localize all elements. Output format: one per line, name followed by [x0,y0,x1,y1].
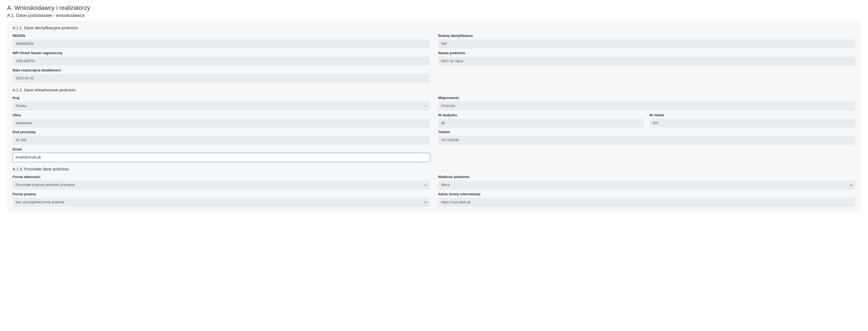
input-nip-pesel[interactable]: 3391166751 [12,57,430,66]
section-a12-title: A.1.2. Dane teleadresowe podmiotu [12,88,856,92]
form-panel: A.1.1. Dane identyfikacyjne podmiotu REG… [7,21,861,213]
input-nazwa[interactable]: KKO sp. fajna [438,57,856,66]
label-adres-www: Adres strony internetowej [438,192,856,196]
chevron-down-icon [424,105,427,107]
input-ulica[interactable]: Katowicka [12,119,430,128]
select-wielkosc[interactable]: Mikro [438,181,856,189]
input-miejscowosc[interactable]: Chorzów [438,101,856,111]
select-forma-wl[interactable]: Pozostałe krajowe jednostki prywatne [12,181,430,189]
label-forma-pr: Forma prawna [12,192,430,196]
chevron-down-icon [850,184,852,186]
input-nr-lokalu[interactable]: 507 [649,119,856,128]
select-forma-pr-value: bez szczególnej formy prawnej [16,200,64,204]
label-forma-wl: Forma własności [12,175,430,179]
chevron-down-icon [424,184,427,186]
label-email: Email [12,147,430,151]
section-a13-title: A.1.3. Pozostałe dane podmiotu [12,167,856,171]
select-wielkosc-value: Mikro [441,183,450,187]
label-wielkosc: Wielkość podmiotu [438,175,856,179]
input-email-value: email@email.pl [16,155,40,159]
label-nazwa: Nazwa podmiotu [438,51,856,55]
input-email[interactable]: email@email.pl [12,153,430,162]
input-nr-budynku[interactable]: 89 [438,119,644,128]
select-kraj-value: Polska [16,104,26,108]
label-nr-budynku: Nr budynku [438,113,644,117]
label-regon: REGON [12,34,430,38]
select-forma-pr[interactable]: bez szczególnej formy prawnej [12,198,430,207]
chevron-down-icon [424,202,427,203]
input-rodzaj-id[interactable]: NIP [438,39,856,49]
section-a11-title: A.1.1. Dane identyfikacyjne podmiotu [12,26,856,30]
label-telefon: Telefon [438,130,856,134]
label-ulica: Ulica [12,113,430,117]
input-regon[interactable]: 456890928 [12,39,430,49]
input-telefon[interactable]: 327439249 [438,136,856,145]
input-adres-www[interactable]: https://scp-slask.pl [438,198,856,207]
label-kraj: Kraj [12,96,430,100]
select-forma-wl-value: Pozostałe krajowe jednostki prywatne [16,183,75,187]
label-kod: Kod pocztowy [12,130,430,134]
label-nr-lokalu: Nr lokalu [649,113,856,117]
label-miejscowosc: Miejscowość [438,96,856,100]
section-a1-title: A.1. Dane podstawowe - wnioskodawca [7,13,861,18]
select-kraj[interactable]: Polska [12,101,430,111]
input-data-rozp[interactable]: 2023-01-02 [12,74,430,83]
input-kod[interactable]: 41-500 [12,136,430,145]
section-a-title: A. Wnioskodawcy i realizatorzy [7,4,861,11]
label-rodzaj-id: Rodzaj identyfikatora [438,34,856,38]
label-data-rozp: Data rozpoczęcia działalności [12,68,430,72]
label-nip-pesel: NIP/ Pesel/ Numer zagraniczny [12,51,430,55]
